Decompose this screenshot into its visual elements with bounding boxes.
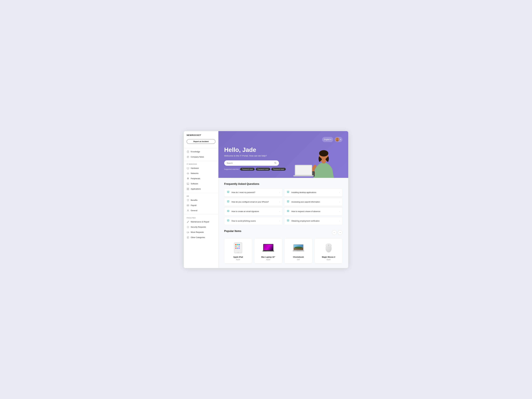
chevron-right-icon-2: ›: [279, 201, 280, 203]
sidebar-item-maintenance[interactable]: Maintenance & Repair: [184, 219, 218, 224]
faq-item-6[interactable]: Accessing your payroll information ›: [284, 198, 342, 206]
suggested-chip-2[interactable]: Password reset: [256, 168, 270, 171]
svg-rect-40: [237, 247, 238, 249]
sidebar-item-security[interactable]: Security Requests: [184, 224, 218, 230]
sidebar-item-other[interactable]: Other Categories: [184, 235, 218, 240]
mouse-brand: Apple: [317, 259, 340, 260]
svg-rect-16: [187, 237, 189, 238]
sidebar-item-payroll[interactable]: Payroll: [184, 203, 218, 208]
book-icon-5: [287, 191, 290, 194]
faq-title: Frequently Asked Questions: [224, 183, 342, 185]
faq-item-5-left: Installing desktop applications: [287, 191, 316, 194]
popular-item-chromebook[interactable]: Chomebook Dell: [285, 238, 312, 263]
faq-item-2-left: How do you configure email on your iPhon…: [227, 200, 269, 203]
faq-item-1-left: How do I reset my pasword?: [227, 191, 255, 194]
ipad-name: Apple iPad: [227, 256, 250, 258]
prev-arrow[interactable]: ←: [332, 230, 337, 235]
company-news-icon: [187, 156, 189, 158]
chevron-right-icon-5: ›: [339, 191, 340, 193]
applications-icon: [187, 188, 189, 190]
popular-title: Popular Items: [224, 230, 241, 233]
sidebar-item-company-news[interactable]: Company News: [184, 154, 218, 159]
sidebar-payroll-label: Payroll: [191, 204, 196, 206]
sidebar-general-label: General: [191, 209, 197, 212]
sidebar-item-networks[interactable]: Networks: [184, 171, 218, 176]
book-icon-7: [287, 210, 290, 213]
report-incident-button[interactable]: Report an Incident: [187, 139, 215, 144]
svg-rect-35: [238, 244, 240, 245]
sidebar-item-software[interactable]: Software: [184, 181, 218, 186]
popular-items-grid: Apple iPad Apple: [224, 238, 342, 263]
faq-item-2-text: How do you configure email on your iPhon…: [232, 201, 269, 203]
language-selector[interactable]: English ▾: [322, 137, 333, 142]
sidebar-item-company-news-label: Company News: [191, 156, 204, 158]
faq-item-4[interactable]: How to avoid phishing scams ›: [224, 217, 283, 225]
svg-point-24: [319, 150, 328, 157]
laptop-image: [263, 242, 274, 253]
mouse-image: [323, 242, 334, 253]
logo: NEWROCKET: [184, 134, 218, 139]
suggested-chip-3[interactable]: Password reset: [271, 168, 286, 171]
chromebook-name: Chomebook: [287, 256, 310, 258]
sidebar-item-peripherals[interactable]: Peripherals: [184, 176, 218, 181]
sidebar-item-move[interactable]: Move Requests: [184, 230, 218, 235]
sidebar-networks-label: Networks: [191, 172, 198, 174]
faq-item-2[interactable]: How do you configure email on your iPhon…: [224, 198, 283, 206]
sidebar-security-label: Security Requests: [191, 226, 206, 228]
faq-item-3[interactable]: How to create an email signature ›: [224, 207, 283, 215]
nav-arrows: ← →: [332, 230, 342, 235]
next-arrow[interactable]: →: [338, 230, 342, 235]
chromebook-brand: Dell: [287, 259, 310, 260]
hardware-icon: [187, 167, 189, 170]
search-button[interactable]: [274, 162, 276, 164]
svg-point-14: [187, 233, 188, 233]
svg-rect-28: [296, 166, 311, 175]
popular-item-ipad[interactable]: Apple iPad Apple: [224, 238, 252, 263]
divider-it: [184, 161, 218, 161]
svg-rect-6: [187, 183, 189, 184]
svg-rect-7: [187, 188, 188, 189]
sidebar: NEWROCKET Report an Incident Knowledge C…: [184, 131, 218, 268]
popular-item-laptop[interactable]: Mac Laptop 16" Apple: [254, 238, 282, 263]
suggested-chip-1[interactable]: Password reset: [240, 168, 255, 171]
move-icon: [187, 231, 189, 234]
popular-header: Popular Items ← →: [224, 230, 342, 235]
networks-icon: [187, 172, 189, 175]
svg-rect-45: [264, 244, 273, 250]
faq-item-6-text: Accessing your payroll information: [291, 201, 320, 203]
hr-label: HR: [184, 194, 218, 198]
laptop-brand: Apple: [257, 259, 280, 260]
laptop-name: Mac Laptop 16": [257, 256, 280, 258]
svg-point-18: [336, 138, 338, 140]
svg-rect-47: [266, 251, 270, 251]
hero-section: English ▾ ▾ Hello, Jade Welcome to the I: [218, 131, 348, 178]
chevron-right-icon-4: ›: [279, 220, 280, 222]
sidebar-item-applications[interactable]: Applications: [184, 186, 218, 192]
popular-item-mouse[interactable]: Magic Mouse 2 Apple: [315, 238, 342, 263]
faq-item-8-text: Obtaining employment verification: [291, 220, 320, 222]
faq-item-8[interactable]: Obtaining employment verification ›: [284, 217, 342, 225]
other-categories-icon: [187, 236, 189, 239]
svg-rect-33: [235, 244, 236, 245]
book-icon-4: [227, 219, 230, 222]
faq-item-7-text: How to request a leave of absence: [291, 210, 320, 212]
faq-item-5[interactable]: Installing desktop applications ›: [284, 188, 342, 196]
svg-rect-57: [328, 245, 329, 246]
mouse-name: Magic Mouse 2: [317, 256, 340, 258]
book-icon-1: [227, 191, 230, 194]
sidebar-item-knowledge[interactable]: Knowledge: [184, 149, 218, 154]
svg-point-52: [295, 247, 302, 248]
chevron-right-icon-7: ›: [339, 210, 340, 212]
chevron-down-icon: ▾: [330, 139, 331, 140]
user-profile-button[interactable]: ▾: [335, 137, 342, 142]
it-services-label: IT SERVICES: [184, 162, 218, 166]
svg-point-4: [188, 174, 188, 175]
faq-grid: How do I reset my pasword? › Installin: [224, 188, 342, 225]
faq-item-7[interactable]: How to request a leave of absence ›: [284, 207, 342, 215]
svg-point-15: [188, 233, 188, 233]
search-input[interactable]: [227, 162, 274, 164]
sidebar-item-general[interactable]: General: [184, 208, 218, 213]
faq-item-1[interactable]: How do I reset my pasword? ›: [224, 188, 283, 196]
sidebar-item-benefits[interactable]: Benefits: [184, 198, 218, 203]
sidebar-item-hardware[interactable]: Hardware: [184, 166, 218, 171]
